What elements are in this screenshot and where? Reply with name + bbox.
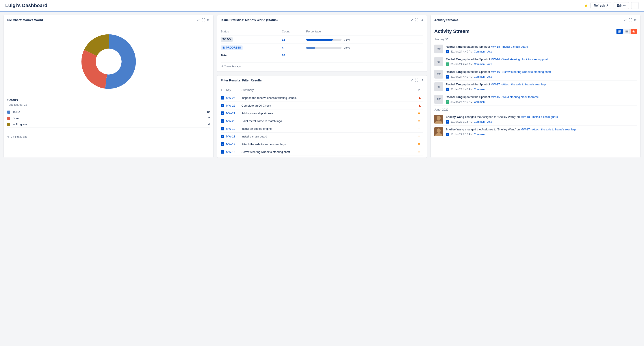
star-icon[interactable]: ★ [584,3,588,8]
activity-stream-header: Activity Stream ▦ ☰ ◉ [434,29,637,34]
count-link[interactable]: 4 [282,46,283,49]
filter-cell-type: ✓ [221,117,226,125]
filter-cell-key: MW-22 [226,102,242,109]
activity-action-comment[interactable]: Comment [474,50,485,53]
edit-button[interactable]: Edit ✏ [614,2,629,9]
second-col: Issue Statistics: Mario's World (Status)… [217,15,427,158]
stats-widget: Issue Statistics: Mario's World (Status)… [217,15,427,72]
issue-key-link[interactable]: MW-19 [226,127,235,130]
filter-cell-priority: ▲ [418,94,423,102]
stream-icon-rss[interactable]: ◉ [630,29,637,34]
activity-action-vote[interactable]: Vote [487,120,492,123]
pct-text: 25% [344,46,350,49]
stats-shrink-icon[interactable]: ⤢ [410,18,413,22]
stream-icons: ▦ ☰ ◉ [616,29,637,34]
expand-icon[interactable]: ⛶ [202,18,205,22]
user-link[interactable]: Shelley Wang [446,128,464,131]
activity-shrink-icon[interactable]: ⤢ [624,18,627,22]
user-link[interactable]: Rachel Tang [446,83,462,86]
activity-action-vote[interactable]: Vote [487,75,492,78]
issue-link[interactable]: MW-14 - Weld steering block to steering … [491,58,548,61]
issue-link[interactable]: MW-17 - Attach the axle to frame's rear … [520,128,576,131]
legend-item-left: To Do [7,110,20,114]
filter-refresh-icon[interactable]: ↺ [420,78,423,82]
progress-bar-fill [306,47,315,49]
shrink-icon[interactable]: ⤢ [197,18,200,22]
activity-type-icon: ✓ [446,88,449,91]
stream-icon-list[interactable]: ☰ [624,29,630,34]
activity-streams-header: Activity Streams ⤢ ⛶ ↺ [431,15,640,25]
issue-link[interactable]: MW-15 - Weld steering block to frame [491,95,539,99]
issue-link[interactable]: MW-18 - Install a chain guard [491,45,528,48]
issue-key-link[interactable]: MW-22 [226,104,235,107]
issue-link[interactable]: MW-16 - Screw steering wheel to steering… [491,70,551,73]
issue-link[interactable]: MW-17 - Attach the axle to frame's rear … [491,83,546,86]
user-link[interactable]: Rachel Tang [446,45,462,48]
user-link[interactable]: Rachel Tang [446,70,462,73]
filter-expand-icon[interactable]: ⛶ [415,78,418,82]
activity-streams-widget: Activity Streams ⤢ ⛶ ↺ Activity Stream ▦… [430,15,640,158]
activity-item: RT Rachel Tang updated the Sprint of MW-… [434,68,637,81]
priority-high-icon: ▲ [418,96,422,100]
activity-content: Rachel Tang updated the Sprint of MW-17 … [446,82,637,91]
pct-text: 75% [344,38,350,41]
issue-link[interactable]: MW-18 - Install a chain guard [520,115,558,118]
legend-swatch [7,117,10,120]
legend-label: To Do [12,110,20,114]
filter-cell-priority: = [418,117,423,125]
activity-expand-icon[interactable]: ⛶ [628,18,632,22]
count-link[interactable]: 12 [282,38,285,41]
issue-key-link[interactable]: MW-17 [226,142,235,146]
activity-content: Shelley Wang changed the Assignee to 'Sh… [446,127,637,136]
issue-key-link[interactable]: MW-20 [226,119,235,123]
summary-text: Paint metal frame to match logo [242,119,282,123]
summary-text: Install air-cooled engine [242,127,272,130]
pie-widget-header: Pie Chart: Mario's World ⤢ ⛶ ↺ [4,15,213,25]
filter-cell-priority: ▲ [418,102,423,109]
filter-shrink-icon[interactable]: ⤢ [410,78,413,82]
stats-widget-header: Issue Statistics: Mario's World (Status)… [217,15,427,25]
user-link[interactable]: Rachel Tang [446,95,462,99]
activity-action-comment[interactable]: Comment [474,75,485,78]
activity-inner: Activity Stream ▦ ☰ ◉ January 30 RT Rach… [431,25,640,142]
activity-type-icon: ✓ [446,120,449,124]
activity-action-comment[interactable]: Comment [474,120,485,123]
stats-cell-count: 4 [282,44,306,52]
task-type-icon: ✓ [221,111,224,115]
activity-type-icon: ✓ [446,62,449,66]
stream-icon-grid[interactable]: ▦ [616,29,623,34]
issue-key-link[interactable]: MW-21 [226,112,235,115]
activity-action-vote[interactable]: Vote [487,63,492,66]
filter-cell-summary: Attach the axle to frame's rear legs [242,140,418,148]
user-link[interactable]: Shelley Wang [446,115,464,118]
filter-cell-key: MW-18 [226,133,242,140]
more-button[interactable]: ··· [631,2,639,9]
stats-refresh-icon-sm: ↺ [221,65,223,68]
total-count-link[interactable]: 16 [282,54,285,57]
issue-key-link[interactable]: MW-25 [226,96,235,100]
filter-cell-priority: = [418,148,423,156]
total-count: 16 [282,52,306,59]
pie-widget-body: Status Total Issues: 23 To Do 12 Done 7 … [4,25,213,131]
activity-action-comment[interactable]: Comment [474,88,485,91]
activity-action-vote[interactable]: Vote [487,50,492,53]
refresh-button[interactable]: Refresh ↺ [590,2,612,9]
filter-cell-type: ✓ [221,125,226,133]
filter-cell-type: ✓ [221,94,226,102]
activity-action-comment[interactable]: Comment [474,63,485,66]
filter-row: ✓ MW-22 Complete an Oil Check ▲ [221,102,423,109]
filter-cell-type: ✓ [221,133,226,140]
stats-refresh-icon[interactable]: ↺ [420,18,423,22]
activity-meta: ✓ 11/Jun/22 7:16 AM CommentVote [446,120,637,124]
activity-action-comment[interactable]: Comment [474,100,485,103]
stats-expand-icon[interactable]: ⛶ [415,18,418,22]
issue-key-link[interactable]: MW-16 [226,150,235,153]
filter-cell-priority: = [418,133,423,140]
refresh-icon[interactable]: ↺ [207,18,210,22]
activity-refresh-icon[interactable]: ↺ [634,18,637,22]
activity-text: Rachel Tang updated the Sprint of MW-14 … [446,57,637,62]
user-link[interactable]: Rachel Tang [446,58,462,61]
activity-item: RT Rachel Tang updated the Sprint of MW-… [434,55,637,68]
activity-action-comment[interactable]: Comment [474,133,485,136]
issue-key-link[interactable]: MW-18 [226,135,235,138]
